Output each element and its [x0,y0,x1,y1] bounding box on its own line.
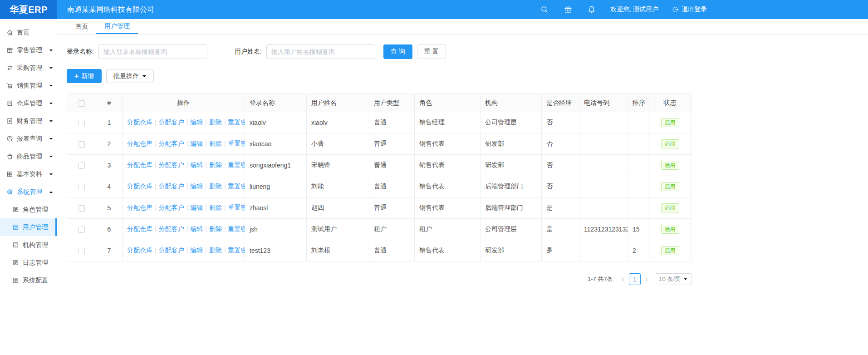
sidebar-item-finance[interactable]: 财务管理 [0,112,57,130]
row-checkbox[interactable] [78,227,85,233]
status-badge[interactable]: 启用 [661,139,679,148]
op-delete-link[interactable]: 删除 [209,225,222,232]
op-reset-password-link[interactable]: 重置密码 [228,140,245,147]
bell-icon[interactable] [588,5,596,14]
sidebar-item-goods[interactable]: 商品管理 [0,148,57,165]
op-assign-customer-link[interactable]: 分配客户 [159,161,184,168]
row-login-name: zhaosi [245,197,307,219]
sidebar-item-label: 基本资料 [17,170,42,178]
row-checkbox[interactable] [78,120,85,126]
sidebar-item-basicdata[interactable]: 基本资料 [0,165,57,183]
op-edit-link[interactable]: 编辑 [190,182,203,190]
op-assign-warehouse-link[interactable]: 分配仓库 [127,140,152,147]
user-name-input[interactable] [266,44,375,59]
op-delete-link[interactable]: 删除 [209,247,222,254]
op-edit-link[interactable]: 编辑 [190,118,203,126]
op-assign-warehouse-link[interactable]: 分配仓库 [127,118,152,126]
op-assign-warehouse-link[interactable]: 分配仓库 [127,247,152,254]
row-status-cell: 启用 [648,155,692,176]
sidebar-item-warehouse[interactable]: 仓库管理 [0,94,57,112]
row-checkbox[interactable] [78,205,85,212]
op-reset-password-link[interactable]: 重置密码 [228,225,245,232]
gear-icon [6,188,13,195]
op-delete-link[interactable]: 删除 [209,204,222,211]
row-checkbox[interactable] [78,184,85,190]
op-reset-password-link[interactable]: 重置密码 [228,182,245,190]
op-assign-customer-link[interactable]: 分配客户 [159,118,184,126]
op-edit-link[interactable]: 编辑 [190,225,203,232]
sidebar-item-log[interactable]: 日志管理 [0,254,57,271]
next-page-icon[interactable]: › [642,276,650,283]
op-delete-link[interactable]: 删除 [209,182,222,190]
op-edit-link[interactable]: 编辑 [190,247,203,254]
table-header-row: #操作登录名称用户姓名用户类型角色机构是否经理电话号码排序状态 [67,94,692,112]
search-icon[interactable] [540,5,549,14]
sidebar-item-org[interactable]: 机构管理 [0,236,57,254]
user-name-label: 用户姓名: [235,48,262,56]
op-assign-warehouse-link[interactable]: 分配仓库 [127,161,152,168]
op-assign-customer-link[interactable]: 分配客户 [159,182,184,190]
op-delete-link[interactable]: 删除 [209,161,222,168]
op-edit-link[interactable]: 编辑 [190,161,203,168]
batch-actions-button[interactable]: 批量操作 [106,69,154,83]
op-assign-warehouse-link[interactable]: 分配仓库 [127,182,152,190]
op-reset-password-link[interactable]: 重置密码 [228,161,245,168]
op-reset-password-link[interactable]: 重置密码 [228,247,245,254]
status-badge[interactable]: 启用 [661,118,679,127]
sidebar-item-retail[interactable]: 零售管理 [0,41,57,59]
row-select-cell [67,197,96,219]
sidebar-item-label: 机构管理 [23,241,48,249]
sidebar-item-user[interactable]: 用户管理 [0,218,57,236]
logout-button[interactable]: 退出登录 [672,5,707,14]
status-badge[interactable]: 启用 [661,161,679,170]
add-button[interactable]: + 新增 [67,69,102,83]
status-badge[interactable]: 启用 [661,246,679,255]
op-delete-link[interactable]: 删除 [209,118,222,126]
status-badge[interactable]: 启用 [661,225,679,234]
op-separator: | [155,140,157,147]
op-reset-password-link[interactable]: 重置密码 [228,118,245,126]
op-separator: | [224,247,226,254]
sidebar-item-home[interactable]: 首页 [0,24,57,41]
tab-user-management[interactable]: 用户管理 [96,19,138,34]
login-name-input[interactable] [98,44,207,59]
sidebar-item-sales[interactable]: 销售管理 [0,77,57,94]
table-row: 2分配仓库|分配客户|编辑|删除|重置密码xiaocao小曹普通销售代表研发部否… [67,133,692,155]
row-user-name: xiaolv [307,112,369,133]
prev-page-icon[interactable]: ‹ [619,276,627,283]
status-badge[interactable]: 启用 [661,203,679,212]
sidebar-item-label: 角色管理 [23,206,48,214]
tab-home[interactable]: 首页 [67,19,96,34]
op-assign-customer-link[interactable]: 分配客户 [159,204,184,211]
op-assign-warehouse-link[interactable]: 分配仓库 [127,225,152,232]
op-edit-link[interactable]: 编辑 [190,204,203,211]
op-assign-customer-link[interactable]: 分配客户 [159,247,184,254]
row-checkbox[interactable] [78,163,85,169]
sidebar-item-purchase[interactable]: 采购管理 [0,59,57,77]
row-role: 销售代表 [415,197,481,219]
search-button[interactable]: 查 询 [383,44,412,59]
row-checkbox[interactable] [78,141,85,148]
op-assign-customer-link[interactable]: 分配客户 [159,140,184,147]
doc-icon [12,242,19,248]
select-all-checkbox[interactable] [78,100,85,107]
sidebar-item-config[interactable]: 系统配置 [0,271,57,289]
op-reset-password-link[interactable]: 重置密码 [228,204,245,211]
sidebar-item-system[interactable]: 系统管理 [0,183,57,201]
bank-icon[interactable] [564,5,572,14]
grid-icon [6,171,13,178]
row-operations: 分配仓库|分配客户|编辑|删除|重置密码 [123,112,245,133]
app-logo: 华夏ERP [0,0,57,19]
sidebar-item-report[interactable]: 报表查询 [0,130,57,148]
row-checkbox[interactable] [78,248,85,254]
op-assign-warehouse-link[interactable]: 分配仓库 [127,204,152,211]
page-size-select[interactable]: 10 条/页 [655,273,691,285]
op-assign-customer-link[interactable]: 分配客户 [159,225,184,232]
reset-button[interactable]: 重 置 [417,44,446,59]
sidebar-item-label: 系统管理 [17,188,42,196]
status-badge[interactable]: 启用 [661,182,679,191]
op-delete-link[interactable]: 删除 [209,140,222,147]
op-edit-link[interactable]: 编辑 [190,140,203,147]
sidebar-item-role[interactable]: 角色管理 [0,201,57,218]
page-number[interactable]: 1 [629,273,641,285]
